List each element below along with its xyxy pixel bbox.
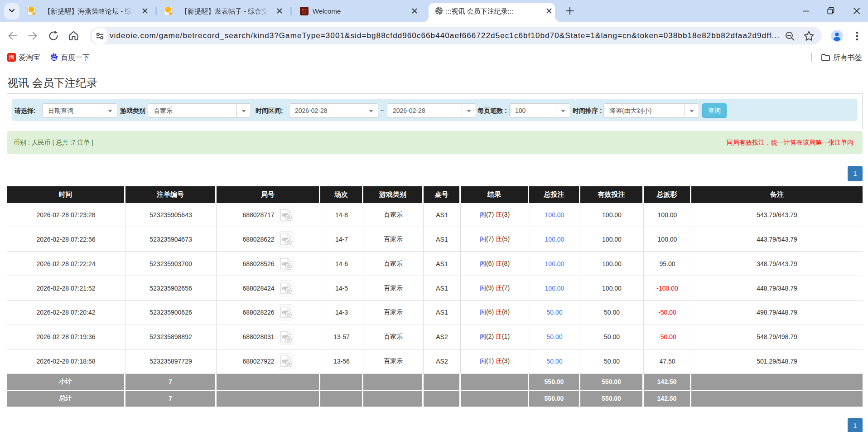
svg-text:du: du (52, 57, 57, 61)
